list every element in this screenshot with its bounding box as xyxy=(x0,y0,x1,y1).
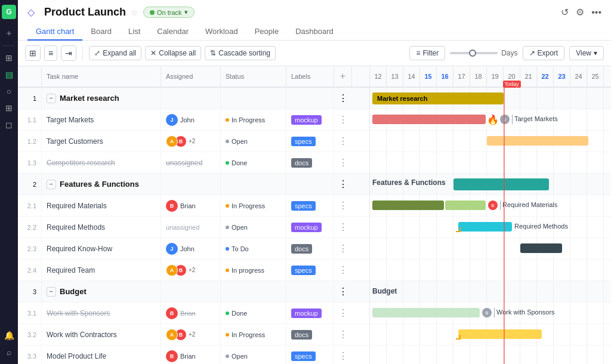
app-logo[interactable]: G xyxy=(2,5,16,19)
gantt-bar-market-research: Market research xyxy=(372,92,504,104)
tab-board[interactable]: Board xyxy=(82,23,120,41)
row-2-1-name: Required Materials xyxy=(42,195,161,216)
status-badge[interactable]: On track ▾ xyxy=(143,7,195,18)
tab-list[interactable]: List xyxy=(120,23,149,41)
row-3-3-menu[interactable]: ⋮ xyxy=(334,346,352,364)
gantt-label-target-markets: Target Markets xyxy=(514,115,558,122)
sidebar-gantt-icon[interactable]: ▤ xyxy=(2,67,16,82)
collapse-all-btn[interactable]: ✕ Collapse all xyxy=(145,46,201,60)
sidebar-bell-icon[interactable]: 🔔 xyxy=(2,328,16,343)
avatar-brian-2-1: B xyxy=(166,200,178,212)
collapse-sec1[interactable]: − xyxy=(47,94,56,103)
avatar-brian-3-3: B xyxy=(166,350,178,362)
history-icon[interactable]: ↺ xyxy=(561,7,569,18)
gantt-sec3: Budget xyxy=(370,281,611,303)
project-title: Product Launch xyxy=(44,6,126,18)
gantt-avatar-1-1: J xyxy=(500,115,510,124)
row-2-2-status: Open xyxy=(221,217,286,237)
tab-gantt[interactable]: Gantt chart xyxy=(27,23,82,41)
row-3-1-menu[interactable]: ⋮ xyxy=(334,303,352,323)
row-1-3-status: Done xyxy=(221,152,286,173)
row-2-1-menu[interactable]: ⋮ xyxy=(334,195,352,216)
row-2-3-menu[interactable]: ⋮ xyxy=(334,238,352,259)
gantt-day-18: 18 xyxy=(470,66,487,87)
row-2-4-assigned: A B +2 xyxy=(161,260,221,280)
gc-1-1-14 xyxy=(587,109,604,131)
avatar-plus-3-2: +2 xyxy=(189,331,195,338)
gantt-bar-req-knowhow xyxy=(520,243,562,253)
tab-people[interactable]: People xyxy=(246,23,287,41)
row-1-1: 1.1 Target Markets J John In Progress mo… xyxy=(18,109,369,131)
gc-13 xyxy=(570,88,587,109)
gantt-day-24: 24 xyxy=(570,66,587,87)
sidebar-home-icon[interactable]: ⊞ xyxy=(2,51,16,65)
sort-icon: ⇅ xyxy=(210,49,216,57)
sidebar-divider-1 xyxy=(3,45,15,46)
row-1-3-menu[interactable]: ⋮ xyxy=(334,152,352,173)
sidebar-grid-icon[interactable]: ⊞ xyxy=(2,101,16,115)
slider-thumb[interactable] xyxy=(469,50,476,57)
sidebar: G ＋ ⊞ ▤ ○ ⊞ ◻ 🔔 ⌕ xyxy=(0,0,18,364)
row-1-1-menu[interactable]: ⋮ xyxy=(334,109,352,130)
sec3-assigned xyxy=(161,281,221,302)
export-icon: ↗ xyxy=(529,49,535,57)
expand-all-btn[interactable]: ⤢ Expand all xyxy=(89,46,141,60)
cascade-sort-btn[interactable]: ⇅ Cascade sorting xyxy=(205,46,276,60)
label-1-1: mockup xyxy=(291,115,322,125)
dep-arrow-2-2 xyxy=(456,227,461,232)
row-3-2-assigned: A B +2 xyxy=(161,324,221,345)
row-3-1: 3.1 Work with Sponsors B Brian Done mock… xyxy=(18,303,369,324)
row-2-1-status: In Progress xyxy=(221,195,286,216)
row-2-2-menu[interactable]: ⋮ xyxy=(334,217,352,237)
sec1-menu[interactable]: ⋮ xyxy=(334,88,352,109)
section-row-2: 2 − Features & Functions ⋮ xyxy=(18,174,369,195)
fire-icon: 🔥 xyxy=(487,114,499,125)
slider-track[interactable] xyxy=(450,52,498,54)
collapse-sec2[interactable]: − xyxy=(47,180,56,189)
star-icon[interactable]: ☆ xyxy=(131,8,138,17)
sec3-menu[interactable]: ⋮ xyxy=(334,281,352,302)
table-view-btn[interactable]: ⊞ xyxy=(25,45,41,61)
sidebar-plus-icon[interactable]: ＋ xyxy=(2,26,16,41)
sec3-status xyxy=(221,281,286,302)
tab-calendar[interactable]: Calendar xyxy=(149,23,197,41)
avatar-plus-2-4: +2 xyxy=(189,267,195,273)
gc-14 xyxy=(587,88,604,109)
gantt-label-sec2: Features & Functions xyxy=(372,178,446,187)
sec2-assigned xyxy=(161,174,221,195)
export-btn[interactable]: ↗ Export xyxy=(523,46,565,60)
indent-btn[interactable]: ⇥ xyxy=(61,45,76,61)
row-3-2-menu[interactable]: ⋮ xyxy=(334,324,352,345)
nav-tabs: Gantt chart Board List Calendar Workload… xyxy=(27,23,601,40)
list-view-btn[interactable]: ≡ xyxy=(44,45,57,61)
project-icon: ◇ xyxy=(27,7,39,18)
gantt-bar-target-markets xyxy=(372,115,486,124)
sidebar-search-icon[interactable]: ⌕ xyxy=(2,345,16,359)
settings-icon[interactable]: ⚙ xyxy=(576,7,584,18)
label-2-4: specs xyxy=(291,266,316,275)
row-2-2-num: 2.2 xyxy=(18,217,42,237)
gantt-sec2: Features & Functions xyxy=(370,174,611,195)
view-btn[interactable]: View ▾ xyxy=(569,46,604,60)
status-dot-2-4 xyxy=(226,269,229,272)
row-3-3-label: specs xyxy=(286,346,334,364)
row-1-2-menu[interactable]: ⋮ xyxy=(334,131,352,152)
gantt-bar-sec2 xyxy=(453,178,549,190)
avatar-group-2-4: A B xyxy=(166,264,184,276)
more-icon[interactable]: ••• xyxy=(591,7,601,18)
collapse-sec3[interactable]: − xyxy=(47,287,56,297)
row-2-4-menu[interactable]: ⋮ xyxy=(334,260,352,280)
status-chevron: ▾ xyxy=(184,8,188,16)
filter-btn[interactable]: ≡ Filter xyxy=(409,46,445,60)
toolbar: ⊞ ≡ ⇥ ⤢ Expand all ✕ Collapse all ⇅ Casc… xyxy=(18,41,611,66)
status-dot-1-3 xyxy=(226,161,229,165)
assigned-john: John xyxy=(180,116,195,124)
th-add[interactable]: + xyxy=(334,66,352,87)
sidebar-clock-icon[interactable]: ○ xyxy=(2,84,16,98)
export-label: Export xyxy=(538,49,558,57)
tab-dashboard[interactable]: Dashboard xyxy=(287,23,342,41)
sec2-menu[interactable]: ⋮ xyxy=(334,174,352,195)
days-slider[interactable]: Days xyxy=(450,49,517,57)
tab-workload[interactable]: Workload xyxy=(197,23,246,41)
sidebar-chat-icon[interactable]: ◻ xyxy=(2,118,16,132)
